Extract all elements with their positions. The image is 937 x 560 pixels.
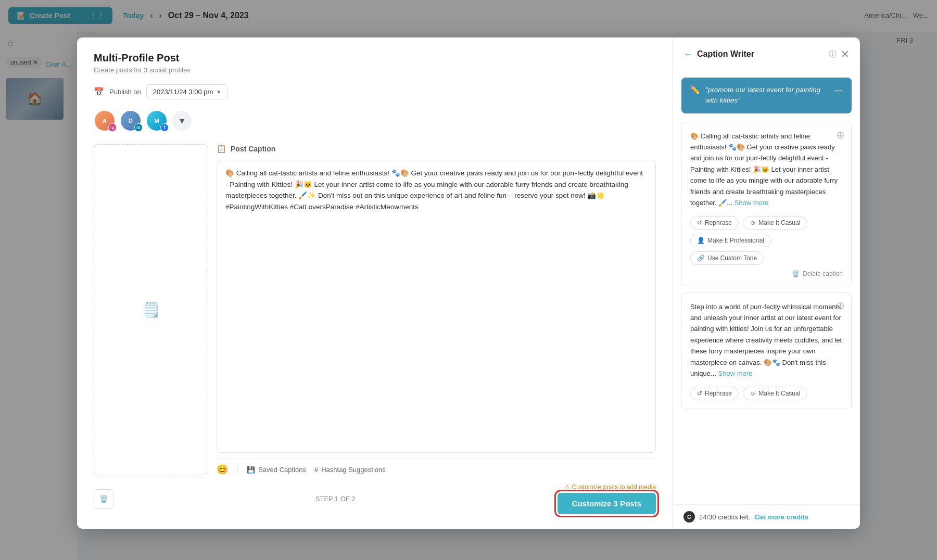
caption-writer-header: ← Caption Writer ⓘ ✕ <box>673 37 860 69</box>
delete-post-button[interactable]: 🗑️ <box>94 489 113 509</box>
emoji-icon[interactable]: 😊 <box>217 464 228 475</box>
pencil-icon: ✏️ <box>690 85 700 95</box>
rephrase-1-button[interactable]: ↺ Rephrase <box>690 216 739 230</box>
delete-label-1: Delete caption <box>803 270 843 277</box>
caption-header: 📋 Post Caption <box>217 144 656 154</box>
credits-icon: C <box>683 511 695 523</box>
close-caption-writer-button[interactable]: ✕ <box>841 48 850 60</box>
warning-icon: ⚠ <box>564 483 570 491</box>
rephrase-icon: ↺ <box>697 219 702 226</box>
hashtag-label: Hashtag Suggestions <box>321 466 386 474</box>
suggestion-1-actions: ↺ Rephrase ☺ Make It Casual 👤 Make It Pr… <box>690 216 843 265</box>
profile-avatar-instagram[interactable]: A ig <box>94 110 116 132</box>
caption-writer-panel: ← Caption Writer ⓘ ✕ ✏️ "promote our lat… <box>673 37 860 529</box>
make-casual-2-button[interactable]: ☺ Make It Casual <box>743 387 807 400</box>
customize-posts-button[interactable]: Customize 3 Posts <box>558 493 656 514</box>
rephrase-label-2: Rephrase <box>705 390 732 397</box>
delete-caption-1-button[interactable]: 🗑️ Delete caption <box>690 270 843 277</box>
casual-icon-2: ☺ <box>750 390 756 397</box>
prompt-box: ✏️ "promote our latest event for paintin… <box>681 78 852 113</box>
caption-area: 📋 Post Caption 🎨 Calling all cat-tastic … <box>217 144 656 475</box>
bottom-bar: 🗑️ STEP 1 OF 2 ⚠ Customize posts to add … <box>94 475 656 514</box>
step-indicator: STEP 1 OF 2 <box>315 495 356 503</box>
collapse-prompt-button[interactable]: — <box>834 85 843 96</box>
panel-header: Multi-Profile Post Create posts for 3 so… <box>94 52 656 74</box>
publish-date-picker[interactable]: 2023/11/24 3:00 pm ▾ <box>146 84 228 99</box>
custom-tone-icon: 🔗 <box>697 254 705 262</box>
post-preview-box: 🗒️ <box>94 144 208 475</box>
professional-icon: 👤 <box>697 237 705 244</box>
panel-title: Multi-Profile Post <box>94 52 656 64</box>
rephrase-2-button[interactable]: ↺ Rephrase <box>690 387 739 400</box>
multi-profile-post-panel: Multi-Profile Post Create posts for 3 so… <box>77 37 673 529</box>
media-warning-text: Customize posts to add media <box>572 483 656 491</box>
linkedin-badge: in <box>134 123 143 132</box>
prompt-text: "promote our latest event for painting w… <box>705 85 829 106</box>
calendar-icon: 📅 <box>94 87 104 97</box>
facebook-badge: f <box>160 123 169 132</box>
caption-text-content[interactable]: 🎨 Calling all cat-tastic artists and fel… <box>217 160 656 453</box>
caption-title: Post Caption <box>231 145 275 153</box>
dialog-wrapper: Multi-Profile Post Create posts for 3 so… <box>77 37 860 529</box>
add-suggestion-2-button[interactable]: ⊕ <box>836 299 845 312</box>
publish-label: Publish on <box>109 88 141 96</box>
custom-tone-label: Use Custom Tone <box>707 254 757 262</box>
back-button[interactable]: ← <box>683 49 693 60</box>
suggestion-1-text: 🎨 Calling all cat-tastic artists and fel… <box>690 131 843 209</box>
hashtag-icon: # <box>314 466 318 474</box>
rephrase-icon-2: ↺ <box>697 390 702 397</box>
show-more-1[interactable]: Show more <box>735 199 769 207</box>
trash-icon: 🗑️ <box>99 495 108 503</box>
add-profile-button[interactable]: ▾ <box>172 111 192 131</box>
caption-doc-icon: 📋 <box>217 144 226 154</box>
info-icon[interactable]: ⓘ <box>829 49 837 59</box>
make-casual-1-button[interactable]: ☺ Make It Casual <box>743 216 807 230</box>
credits-text: 24/30 credits left. <box>699 513 751 521</box>
suggestion-2-actions: ↺ Rephrase ☺ Make It Casual <box>690 387 843 400</box>
credits-bar: C 24/30 credits left. Get more credits <box>673 504 860 529</box>
caption-suggestions-list: ⊕ 🎨 Calling all cat-tastic artists and f… <box>673 122 860 505</box>
content-area: 🗒️ 📋 Post Caption 🎨 Calling all cat-tast… <box>94 144 656 475</box>
saved-captions-label: Saved Captions <box>258 466 306 474</box>
caption-footer: 😊 | 💾 Saved Captions # Hashtag Suggestio… <box>217 458 656 475</box>
make-professional-1-button[interactable]: 👤 Make It Professional <box>690 234 771 247</box>
hashtag-suggestions-button[interactable]: # Hashtag Suggestions <box>314 466 386 474</box>
profile-avatar-linkedin[interactable]: D in <box>120 110 142 132</box>
add-suggestion-1-button[interactable]: ⊕ <box>836 129 845 141</box>
custom-tone-1-button[interactable]: 🔗 Use Custom Tone <box>690 251 764 265</box>
dropdown-arrow-icon: ▾ <box>217 88 221 96</box>
casual-label: Make It Casual <box>758 219 800 226</box>
media-warning: ⚠ Customize posts to add media <box>564 483 656 491</box>
publish-row: 📅 Publish on 2023/11/24 3:00 pm ▾ <box>94 84 656 99</box>
profile-avatar-facebook[interactable]: M f <box>146 110 168 132</box>
saved-captions-button[interactable]: 💾 Saved Captions <box>247 466 306 474</box>
show-more-2[interactable]: Show more <box>718 370 753 377</box>
caption-writer-title: Caption Writer <box>697 49 825 59</box>
suggestion-card-1: ⊕ 🎨 Calling all cat-tastic artists and f… <box>681 122 852 286</box>
saved-icon: 💾 <box>247 466 255 474</box>
suggestion-card-2: ⊕ Step into a world of purr-fectly whims… <box>681 292 852 409</box>
customize-btn-wrapper: ⚠ Customize posts to add media Customize… <box>558 483 656 514</box>
suggestion-2-text: Step into a world of purr-fectly whimsic… <box>690 301 843 379</box>
casual-label-2: Make It Casual <box>758 390 800 397</box>
get-more-credits-link[interactable]: Get more credits <box>755 513 808 521</box>
caption-text: 🎨 Calling all cat-tastic artists and fel… <box>225 169 643 211</box>
publish-date-value: 2023/11/24 3:00 pm <box>153 88 213 96</box>
document-icon: 🗒️ <box>142 301 160 319</box>
delete-icon-1: 🗑️ <box>792 270 800 277</box>
instagram-badge: ig <box>108 123 117 132</box>
rephrase-label: Rephrase <box>705 219 732 226</box>
panel-subtitle: Create posts for 3 social profiles <box>94 66 656 74</box>
profile-avatars-row: A ig D in M f ▾ <box>94 110 656 132</box>
professional-label: Make It Professional <box>707 237 764 244</box>
casual-icon: ☺ <box>750 219 756 226</box>
